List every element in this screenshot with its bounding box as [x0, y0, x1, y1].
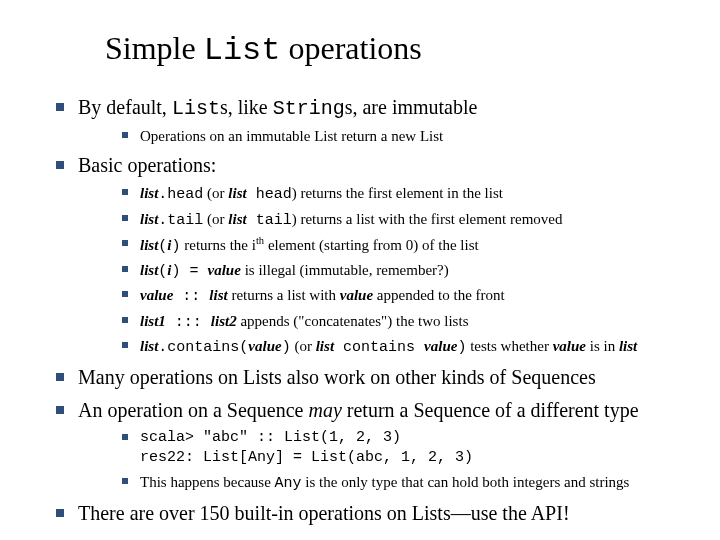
title-code: List: [204, 32, 281, 69]
list-item: scala> "abc" :: List(1, 2, 3) res22: Lis…: [118, 428, 690, 469]
list-item: list1 ::: list2 appends ("concatenates")…: [118, 311, 690, 333]
list-item: list(i) = value is illegal (immutable, r…: [118, 260, 690, 282]
list-item: value :: list returns a list with value …: [118, 285, 690, 307]
list-item: Operations on an immutable List return a…: [118, 126, 690, 146]
slide: Simple List operations By default, Lists…: [0, 0, 720, 540]
list-item: Basic operations: list.head (or list hea…: [50, 152, 690, 358]
list-item: There are over 150 built-in operations o…: [50, 500, 690, 527]
list-item: This happens because Any is the only typ…: [118, 472, 690, 494]
list-item: An operation on a Sequence may return a …: [50, 397, 690, 494]
list-item: Many operations on Lists also work on ot…: [50, 364, 690, 391]
list-item: list.head (or list head) returns the fir…: [118, 183, 690, 205]
bullet-list: By default, Lists, like Strings, are imm…: [50, 94, 690, 527]
slide-title: Simple List operations: [105, 30, 690, 69]
title-text-pre: Simple: [105, 30, 204, 66]
list-item: list.contains(value) (or list contains v…: [118, 336, 690, 358]
title-text-post: operations: [280, 30, 421, 66]
code-example: scala> "abc" :: List(1, 2, 3) res22: Lis…: [140, 428, 690, 469]
list-item: list(i) returns the ith element (startin…: [118, 234, 690, 257]
list-item: By default, Lists, like Strings, are imm…: [50, 94, 690, 146]
list-item: list.tail (or list tail) returns a list …: [118, 209, 690, 231]
